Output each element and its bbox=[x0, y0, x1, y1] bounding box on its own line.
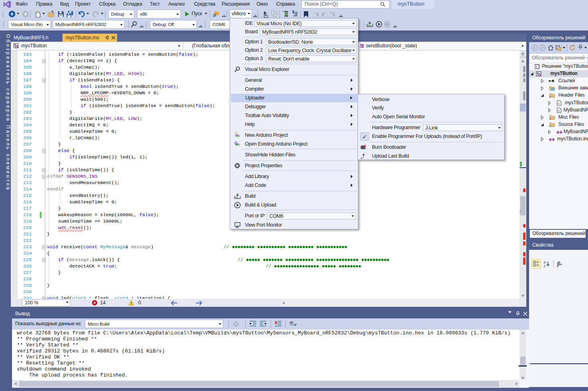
svg-text:ab: ab bbox=[289, 320, 293, 324]
svg-text:h: h bbox=[558, 102, 560, 105]
svg-text:Z: Z bbox=[544, 264, 546, 267]
svg-text:A: A bbox=[544, 261, 546, 264]
svg-text:h: h bbox=[558, 109, 560, 113]
